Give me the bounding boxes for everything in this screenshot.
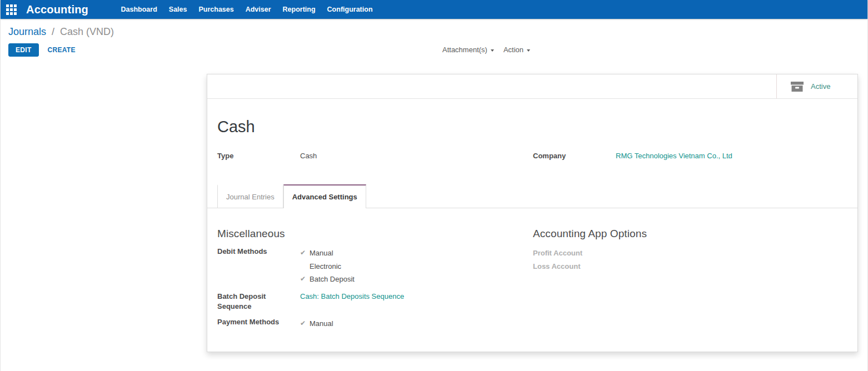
active-stat-button[interactable]: Active	[776, 74, 857, 98]
chevron-down-icon	[491, 49, 494, 52]
debit-methods-label: Debit Methods	[217, 247, 300, 257]
chevron-down-icon	[527, 49, 530, 52]
sidebar-dropdowns: Attachment(s) Action	[442, 46, 540, 54]
company-label: Company	[533, 151, 616, 161]
miscellaneous-heading: Miscellaneous	[217, 228, 533, 240]
menu-item-purchases[interactable]: Purchases	[193, 0, 240, 19]
tab-advanced-settings[interactable]: Advanced Settings	[283, 184, 366, 208]
batch-deposit-sequence-link[interactable]: Cash: Batch Deposits Sequence	[300, 292, 404, 302]
miscellaneous-section: Miscellaneous Debit Methods ✔ Manual ✔	[217, 228, 533, 335]
form-sheet: Cash Type Cash Company RMG Technologies …	[207, 117, 857, 335]
menu-item-adviser[interactable]: Adviser	[240, 0, 277, 19]
attachments-dropdown-label: Attachment(s)	[442, 46, 487, 54]
field-debit-methods: Debit Methods ✔ Manual ✔ Electronic	[217, 247, 533, 286]
field-type: Type Cash	[217, 151, 533, 161]
payment-methods-options: ✔ Manual	[300, 317, 333, 330]
payment-methods-label: Payment Methods	[217, 317, 300, 327]
apps-menu-icon[interactable]	[6, 4, 17, 15]
main-content: Active Cash Type Cash Company	[1, 74, 867, 352]
breadcrumb: Journals / Cash (VND)	[8, 25, 867, 39]
create-button[interactable]: CREATE	[48, 46, 76, 54]
menu-item-reporting[interactable]: Reporting	[277, 0, 321, 19]
main-menu: Dashboard Sales Purchases Adviser Report…	[115, 0, 378, 19]
journal-form-card: Active Cash Type Cash Company	[207, 74, 858, 352]
accounting-app-options-section: Accounting App Options Profit Account Lo…	[533, 228, 849, 335]
action-dropdown[interactable]: Action	[503, 46, 530, 54]
batch-deposit-sequence-label: Batch Deposit Sequence	[217, 292, 300, 312]
active-stat-label: Active	[811, 82, 830, 91]
app-brand[interactable]: Accounting	[26, 3, 88, 16]
breadcrumb-journals-link[interactable]: Journals	[8, 26, 46, 37]
option-batch-deposit[interactable]: ✔ Batch Deposit	[300, 273, 355, 286]
attachments-dropdown[interactable]: Attachment(s)	[442, 46, 494, 54]
menu-item-sales[interactable]: Sales	[163, 0, 193, 19]
app-window: Accounting Dashboard Sales Purchases Adv…	[0, 0, 868, 371]
field-payment-methods: Payment Methods ✔ Manual	[217, 317, 533, 330]
top-navbar: Accounting Dashboard Sales Purchases Adv…	[1, 0, 867, 19]
option-payment-manual[interactable]: ✔ Manual	[300, 317, 333, 330]
field-company: Company RMG Technologies Vietnam Co., Lt…	[533, 151, 849, 161]
breadcrumb-separator: /	[52, 26, 54, 37]
control-panel: Journals / Cash (VND) EDIT CREATE Attach…	[1, 19, 867, 63]
control-panel-buttons: EDIT CREATE	[8, 43, 867, 57]
edit-button[interactable]: EDIT	[8, 43, 39, 57]
advanced-settings-panel: Miscellaneous Debit Methods ✔ Manual ✔	[217, 208, 847, 335]
archive-icon	[791, 82, 804, 92]
type-label: Type	[217, 151, 300, 161]
notebook-tabs: Journal Entries Advanced Settings	[207, 185, 857, 208]
check-icon: ✔	[300, 317, 310, 330]
profit-account-label: Profit Account	[533, 247, 849, 260]
type-value: Cash	[300, 151, 317, 161]
journal-title: Cash	[217, 117, 847, 137]
action-dropdown-label: Action	[503, 46, 523, 54]
loss-account-label: Loss Account	[533, 260, 849, 273]
accounting-app-options-heading: Accounting App Options	[533, 228, 849, 240]
option-electronic[interactable]: ✔ Electronic	[300, 260, 355, 273]
company-value-link[interactable]: RMG Technologies Vietnam Co., Ltd	[616, 151, 732, 161]
form-statusbar: Active	[207, 74, 857, 99]
option-manual[interactable]: ✔ Manual	[300, 247, 355, 260]
breadcrumb-current: Cash (VND)	[60, 26, 114, 37]
debit-methods-options: ✔ Manual ✔ Electronic ✔ Batch Deposit	[300, 247, 355, 286]
check-icon: ✔	[300, 247, 310, 260]
menu-item-dashboard[interactable]: Dashboard	[115, 0, 163, 19]
menu-item-configuration[interactable]: Configuration	[321, 0, 378, 19]
tab-journal-entries[interactable]: Journal Entries	[217, 184, 283, 208]
header-fields: Type Cash Company RMG Technologies Vietn…	[217, 151, 847, 167]
field-batch-deposit-sequence: Batch Deposit Sequence Cash: Batch Depos…	[217, 292, 533, 312]
check-icon: ✔	[300, 273, 310, 286]
